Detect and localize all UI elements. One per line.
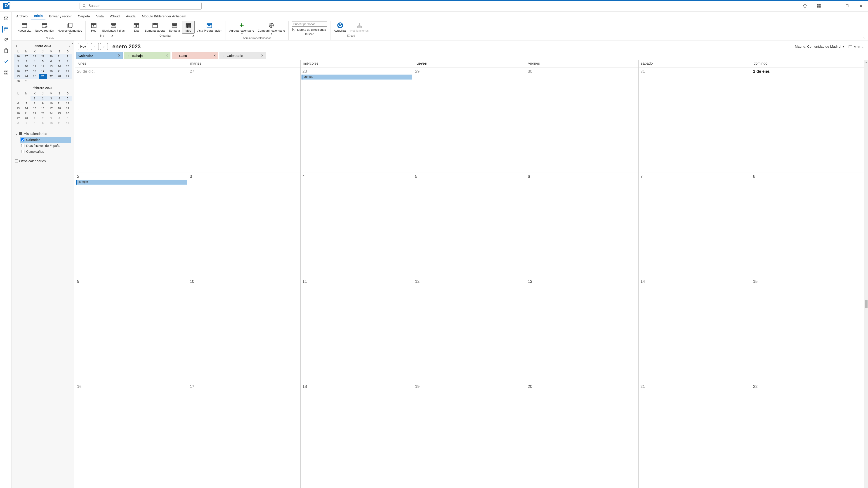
mini-day-cell[interactable]: 2 xyxy=(39,116,47,121)
people-rail-icon[interactable] xyxy=(2,37,9,43)
mini-day-cell[interactable]: 22 xyxy=(31,111,39,116)
mini-day-cell[interactable]: 2 xyxy=(14,59,22,64)
scroll-thumb[interactable] xyxy=(865,300,868,308)
mini-day-cell[interactable]: 23 xyxy=(39,111,47,116)
mini-day-cell[interactable]: 19 xyxy=(64,106,72,111)
new-appointment-button[interactable]: Nueva cita xyxy=(16,21,33,36)
calendar-list-item[interactable]: Días festivos de España xyxy=(20,143,71,149)
day-cell[interactable]: 28cumple xyxy=(301,68,413,173)
next7days-button[interactable]: Siguientes 7 días xyxy=(101,21,126,34)
menu-icloud[interactable]: iCloud xyxy=(107,13,123,20)
day-cell[interactable]: 26 de dic. xyxy=(75,68,188,173)
mini-day-cell[interactable]: 21 xyxy=(55,69,63,74)
mini-day-cell[interactable]: 10 xyxy=(22,64,30,69)
mini-day-cell[interactable]: 1 xyxy=(31,116,39,121)
dialog-launcher-icon[interactable]: ◢ xyxy=(192,34,194,37)
mini-day-cell[interactable]: 11 xyxy=(31,64,39,69)
new-items-button[interactable]: Nuevos elementos xyxy=(56,21,84,36)
day-cell[interactable]: 4 xyxy=(301,173,413,278)
calendar-event[interactable]: cumple xyxy=(76,180,187,185)
day-cell[interactable]: 8 xyxy=(751,173,864,278)
window-minimize-button[interactable] xyxy=(829,2,837,10)
mini-day-cell[interactable]: 6 xyxy=(47,59,55,64)
mini-day-cell[interactable]: 13 xyxy=(14,106,22,111)
mini-day-cell[interactable]: 28 xyxy=(22,116,30,121)
mini-day-cell[interactable]: 15 xyxy=(64,64,72,69)
close-tab-icon[interactable]: ✕ xyxy=(165,54,168,58)
calendar-checkbox[interactable] xyxy=(21,144,24,147)
window-close-button[interactable] xyxy=(857,2,865,10)
day-cell[interactable]: 21 xyxy=(639,383,751,488)
mini-day-cell[interactable]: 26 xyxy=(64,111,72,116)
mini-day-cell[interactable]: 5 xyxy=(39,59,47,64)
day-view-button[interactable]: Día xyxy=(130,21,143,34)
menu-módulo-bitdefender-antispam[interactable]: Módulo Bitdefender Antispam xyxy=(139,13,189,20)
week-view-button[interactable]: Semana xyxy=(167,21,181,34)
mini-day-cell[interactable]: 3 xyxy=(22,59,30,64)
ribbon-collapse-icon[interactable]: ⌄ xyxy=(863,35,866,39)
prev-month-icon[interactable]: ‹ xyxy=(14,43,18,48)
mini-day-cell[interactable]: 8 xyxy=(64,59,72,64)
mini-day-cell[interactable]: 30 xyxy=(47,54,55,59)
mini-day-cell[interactable]: 26 xyxy=(14,54,22,59)
menu-inicio[interactable]: Inicio xyxy=(31,12,45,20)
month-grid[interactable]: lunesmartesmiércolesjuevesviernessábadod… xyxy=(75,60,864,488)
mini-day-cell[interactable]: 17 xyxy=(22,69,30,74)
day-cell[interactable]: 3 xyxy=(188,173,301,278)
mini-day-cell[interactable]: 26 xyxy=(39,74,47,79)
calendar-event[interactable]: cumple xyxy=(302,74,412,79)
mini-day-cell[interactable]: 5 xyxy=(64,96,72,101)
mini-day-cell[interactable]: 24 xyxy=(22,74,30,79)
day-cell[interactable]: 5 xyxy=(413,173,526,278)
location-picker[interactable]: Madrid, Comunidad de Madrid ▾ xyxy=(795,44,844,48)
address-book-button[interactable]: Libreta de direcciones xyxy=(292,28,327,32)
mini-day-cell[interactable]: 29 xyxy=(64,74,72,79)
workweek-view-button[interactable]: Semana laboral xyxy=(143,21,167,34)
mini-day-cell[interactable]: 9 xyxy=(39,101,47,106)
mini-day-cell[interactable]: 14 xyxy=(55,64,63,69)
mini-day-cell[interactable]: 1 xyxy=(31,96,39,101)
today-nav-button[interactable]: Hoy xyxy=(78,43,88,50)
calendar-tab[interactable]: →Trabajo✕ xyxy=(124,52,170,59)
mini-day-cell[interactable]: 7 xyxy=(22,101,30,106)
mini-day-cell[interactable]: 16 xyxy=(14,69,22,74)
schedule-view-button[interactable]: Vista Programación xyxy=(195,21,224,34)
mini-day-cell[interactable]: 2 xyxy=(39,96,47,101)
mini-day-cell[interactable]: 9 xyxy=(14,64,22,69)
day-cell[interactable]: 10 xyxy=(188,278,301,383)
mini-day-cell[interactable]: 12 xyxy=(64,121,72,126)
today-button[interactable]: Hoy xyxy=(88,21,100,34)
mail-rail-icon[interactable] xyxy=(2,15,9,22)
day-cell[interactable]: 2cumple xyxy=(75,173,188,278)
premium-icon[interactable] xyxy=(801,2,809,10)
day-cell[interactable]: 15 xyxy=(751,278,864,383)
day-cell[interactable]: 27 xyxy=(188,68,301,173)
mini-day-cell[interactable]: 13 xyxy=(47,64,55,69)
menu-ayuda[interactable]: Ayuda xyxy=(123,13,138,20)
close-tab-icon[interactable]: ✕ xyxy=(213,54,216,58)
calendar-tab[interactable]: →Casa✕ xyxy=(172,52,218,59)
mini-day-cell[interactable]: 25 xyxy=(55,111,63,116)
mini-day-cell[interactable]: 19 xyxy=(39,69,47,74)
mini-day-cell[interactable]: 27 xyxy=(14,116,22,121)
mini-day-cell[interactable]: 27 xyxy=(47,74,55,79)
qr-icon[interactable] xyxy=(815,2,823,10)
day-cell[interactable]: 14 xyxy=(639,278,751,383)
day-cell[interactable]: 6 xyxy=(526,173,639,278)
dialog-launcher-icon[interactable]: ◢ xyxy=(111,34,114,37)
mini-day-cell[interactable]: 5 xyxy=(64,116,72,121)
mini-day-cell[interactable]: 6 xyxy=(14,101,22,106)
month-view-button[interactable]: Mes xyxy=(182,21,195,34)
next-period-button[interactable]: › xyxy=(100,43,108,50)
day-cell[interactable]: 17 xyxy=(188,383,301,488)
mini-day-cell[interactable]: 4 xyxy=(31,59,39,64)
day-cell[interactable]: 31 xyxy=(639,68,751,173)
checkbox-icon[interactable] xyxy=(15,160,18,162)
day-cell[interactable]: 1 de ene. xyxy=(751,68,864,173)
mini-day-cell[interactable]: 20 xyxy=(14,111,22,116)
refresh-button[interactable]: Actualizar xyxy=(332,21,348,34)
calendar-rail-icon[interactable] xyxy=(2,26,9,33)
mini-day-cell[interactable]: 21 xyxy=(22,111,30,116)
day-cell[interactable]: 16 xyxy=(75,383,188,488)
mini-day-cell[interactable]: 6 xyxy=(14,121,22,126)
